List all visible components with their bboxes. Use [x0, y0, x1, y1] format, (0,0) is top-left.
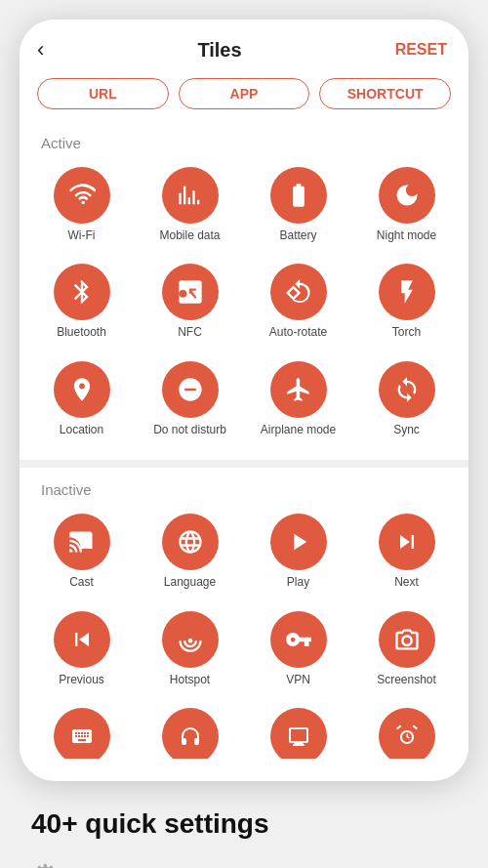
gear-icon: ⚙: [31, 857, 457, 868]
tile-nfc[interactable]: NFC: [136, 256, 244, 347]
hotspot-icon: [162, 611, 219, 668]
nfc-icon: [162, 264, 219, 320]
tile-sync[interactable]: Sync: [352, 353, 461, 444]
tile-auto-rotate[interactable]: Auto-rotate: [244, 256, 352, 347]
keyboard-icon: [54, 708, 110, 759]
tile-mobile-data[interactable]: Mobile data: [136, 159, 244, 250]
active-section: Active Wi-Fi Mobile data: [20, 121, 468, 460]
dnd-icon: [162, 361, 219, 418]
back-button[interactable]: ‹: [37, 37, 44, 62]
tile-battery[interactable]: Battery: [244, 159, 352, 250]
cast-label: Cast: [69, 575, 94, 589]
bottom-section: 40+ quick settings ⚙: [0, 781, 488, 868]
tile-alarm[interactable]: [352, 704, 461, 759]
vpn-label: VPN: [286, 673, 310, 686]
page-title: Tiles: [197, 39, 241, 62]
dnd-label: Do not disturb: [153, 423, 226, 436]
tab-shortcut[interactable]: SHORTCUT: [319, 78, 451, 109]
cast-icon: [54, 514, 110, 570]
tile-language[interactable]: Language: [136, 506, 244, 597]
reset-button[interactable]: RESET: [395, 41, 447, 59]
vpn-icon: [270, 611, 327, 668]
play-label: Play: [287, 575, 309, 589]
alarm-icon: [379, 708, 435, 759]
sync-icon: [379, 361, 435, 418]
tile-screen[interactable]: [244, 704, 352, 759]
tile-hotspot[interactable]: Hotspot: [136, 603, 244, 694]
tile-wifi[interactable]: Wi-Fi: [27, 159, 136, 250]
inactive-section: Inactive Cast Language: [20, 468, 468, 765]
tile-headphone[interactable]: [136, 704, 244, 759]
tab-bar: URL APP SHORTCUT: [20, 72, 468, 121]
next-label: Next: [394, 575, 419, 589]
next-icon: [379, 514, 435, 570]
wifi-label: Wi-Fi: [68, 228, 96, 242]
airplane-label: Airplane mode: [261, 423, 336, 436]
location-icon: [54, 361, 110, 418]
wifi-icon: [54, 167, 110, 224]
tile-location[interactable]: Location: [27, 353, 136, 444]
tab-url[interactable]: URL: [37, 78, 169, 109]
partial-row: [20, 704, 468, 759]
tile-bluetooth[interactable]: Bluetooth: [27, 256, 136, 347]
battery-label: Battery: [279, 228, 316, 242]
bluetooth-label: Bluetooth: [57, 325, 106, 339]
hotspot-label: Hotspot: [170, 673, 210, 686]
previous-icon: [54, 611, 110, 668]
screenshot-label: Screenshot: [377, 673, 436, 686]
mobile-data-label: Mobile data: [159, 228, 220, 242]
torch-label: Torch: [392, 325, 421, 339]
language-label: Language: [164, 575, 216, 589]
nfc-label: NFC: [178, 325, 202, 339]
tile-next[interactable]: Next: [352, 506, 461, 597]
night-mode-icon: [379, 167, 435, 224]
tile-night-mode[interactable]: Night mode: [352, 159, 461, 250]
screen-icon: [270, 708, 327, 759]
header: ‹ Tiles RESET: [20, 20, 468, 72]
headphone-icon: [162, 708, 219, 759]
active-section-label: Active: [20, 131, 468, 159]
auto-rotate-label: Auto-rotate: [269, 325, 327, 339]
active-icons-grid: Wi-Fi Mobile data Battery: [20, 159, 468, 454]
airplane-icon: [270, 361, 327, 418]
torch-icon: [379, 264, 435, 320]
tile-previous[interactable]: Previous: [27, 603, 136, 694]
mobile-data-icon: [162, 167, 219, 224]
tile-cast[interactable]: Cast: [27, 506, 136, 597]
section-divider: [20, 460, 468, 468]
tile-vpn[interactable]: VPN: [244, 603, 352, 694]
phone-screen: ‹ Tiles RESET URL APP SHORTCUT Active Wi…: [20, 20, 468, 781]
bottom-title: 40+ quick settings: [31, 808, 457, 840]
tile-dnd[interactable]: Do not disturb: [136, 353, 244, 444]
previous-label: Previous: [59, 673, 104, 686]
bluetooth-icon: [54, 264, 110, 320]
battery-icon: [270, 167, 327, 224]
tile-airplane[interactable]: Airplane mode: [244, 353, 352, 444]
screenshot-icon: [379, 611, 435, 668]
sync-label: Sync: [393, 423, 420, 436]
location-label: Location: [60, 423, 103, 436]
play-icon: [270, 514, 327, 570]
tile-keyboard[interactable]: [27, 704, 136, 759]
inactive-section-label: Inactive: [20, 477, 468, 506]
tile-play[interactable]: Play: [244, 506, 352, 597]
auto-rotate-icon: [270, 264, 327, 320]
language-icon: [162, 514, 219, 570]
inactive-icons-grid: Cast Language Play: [20, 506, 468, 704]
tab-app[interactable]: APP: [179, 78, 310, 109]
night-mode-label: Night mode: [377, 228, 436, 242]
tile-torch[interactable]: Torch: [352, 256, 461, 347]
tile-screenshot[interactable]: Screenshot: [352, 603, 461, 694]
